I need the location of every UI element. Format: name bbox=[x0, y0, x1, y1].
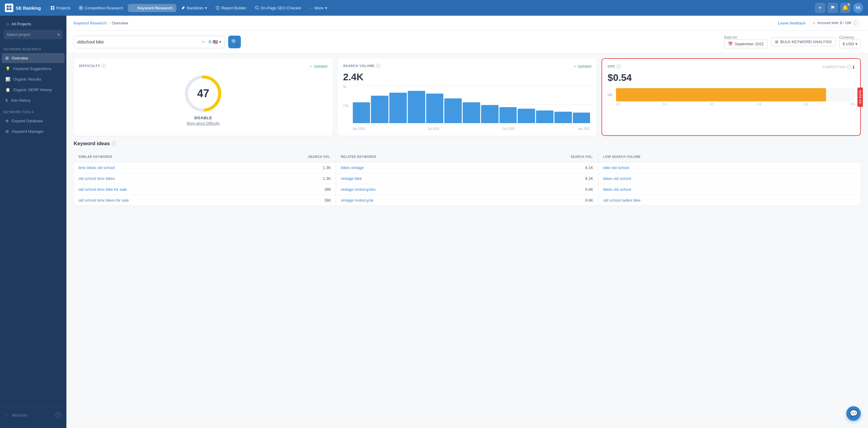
sidebar-item-organic-results[interactable]: 📊 Organic Results bbox=[2, 74, 65, 84]
header-right: Leave feedback ⊘ Account limit: 8 / 10K … bbox=[778, 19, 861, 27]
chevron-down-icon: ▾ bbox=[58, 32, 60, 37]
google-icon: G bbox=[209, 39, 212, 44]
low-keyword-2[interactable]: bikes old school bbox=[603, 176, 856, 181]
chat-button[interactable]: 💬 bbox=[846, 406, 861, 421]
cpc-value: $0.54 bbox=[608, 72, 855, 83]
sv-bar bbox=[518, 109, 535, 123]
search-engine-selector[interactable]: G 🇺🇸 ▾ bbox=[206, 39, 221, 44]
metric-cards: DIFFICULTY i ✓ Updated 47 bbox=[66, 54, 868, 141]
difficulty-info-icon[interactable]: i bbox=[101, 64, 105, 68]
search-volume-card: SEARCH VOLUME i ✓ Updated 2.4K 5k 2.5k bbox=[338, 58, 597, 136]
bulk-analysis-button[interactable]: ⊞ BULK KEYWORD ANALYSIS bbox=[771, 37, 835, 46]
cpc-info-icon[interactable]: i bbox=[617, 64, 621, 68]
check-icon: ✓ bbox=[309, 64, 312, 68]
nav-actions: + ⚑ 🔔 YK bbox=[815, 3, 863, 13]
low-keyword-4[interactable]: old school ladies bike bbox=[603, 198, 856, 203]
nav-report-builder[interactable]: Report Builder bbox=[212, 4, 250, 12]
sv-chart: 5k 2.5k bbox=[343, 85, 592, 130]
nav-more[interactable]: ··· More ▾ bbox=[306, 4, 331, 12]
competition-info-icon[interactable]: i bbox=[847, 65, 851, 69]
minimize-button[interactable]: ← Minimize ? bbox=[4, 410, 63, 420]
app-logo[interactable]: SE Ranking bbox=[5, 4, 41, 12]
search-input[interactable] bbox=[77, 39, 201, 44]
sidebar-bottom: ← Minimize ? bbox=[0, 406, 66, 423]
sidebar-item-overview[interactable]: ⊞ Overview bbox=[2, 53, 65, 63]
main-content: Keyword Research › Overview Leave feedba… bbox=[66, 16, 868, 428]
sv-x-labels: Apr 2020 Jul 2020 Oct 2020 Jan 2021 bbox=[353, 127, 590, 130]
low-keyword-1[interactable]: bike old school bbox=[603, 165, 856, 170]
sidebar-item-organic-serp[interactable]: 📋 Organic SERP History bbox=[2, 85, 65, 95]
clear-icon[interactable]: × bbox=[201, 39, 206, 45]
project-select[interactable]: Select project ▾ bbox=[4, 30, 63, 39]
sidebar-item-keyword-suggestions[interactable]: 💡 Keyword Suggestions bbox=[2, 64, 65, 74]
leave-feedback-link[interactable]: Leave feedback bbox=[778, 21, 806, 25]
nav-more-label: More bbox=[314, 6, 323, 10]
similar-keyword-2[interactable]: old school bmx bikes bbox=[79, 176, 323, 181]
ads-history-icon: $ bbox=[5, 98, 7, 103]
currency-chevron-icon: ▾ bbox=[855, 42, 858, 46]
cpc-bar-container bbox=[616, 88, 855, 101]
rate-us-tab[interactable]: RATE US bbox=[858, 88, 863, 107]
difficulty-more-link[interactable]: More about Difficulty bbox=[187, 121, 220, 126]
date-selector[interactable]: 📅 September 2022 bbox=[724, 39, 768, 48]
low-row-2: bikes old school bbox=[598, 173, 861, 184]
sv-bar bbox=[426, 94, 444, 123]
engine-chevron-icon: ▾ bbox=[219, 39, 221, 44]
flag-icon: 🇺🇸 bbox=[213, 39, 218, 44]
sidebar-all-projects[interactable]: ⌂ All Projects bbox=[4, 19, 63, 29]
sv-bar bbox=[536, 111, 554, 123]
nav-projects[interactable]: Projects bbox=[47, 4, 74, 12]
related-keyword-3[interactable]: vintage motorcycles bbox=[341, 187, 585, 192]
sv-info-icon[interactable]: i bbox=[376, 64, 380, 68]
svg-rect-1 bbox=[9, 5, 11, 7]
organic-results-icon: 📊 bbox=[5, 77, 10, 82]
similar-keyword-4[interactable]: old school bmx bikes for sale bbox=[79, 198, 324, 203]
account-limit-text: Account limit: 8 / 10K bbox=[817, 21, 851, 25]
similar-row-4: old school bmx bikes for sale 390 bbox=[74, 195, 336, 206]
search-volume-label: SEARCH VOLUME i bbox=[343, 64, 380, 68]
breadcrumb: Keyword Research › Overview bbox=[74, 21, 128, 25]
user-avatar[interactable]: YK bbox=[853, 3, 863, 13]
keyword-tools-section: KEYWORD TOOLS bbox=[0, 105, 66, 116]
cpc-x-axis: 0.1 0.2 0.3 0.4 0.5 0.6 bbox=[608, 103, 855, 106]
competition-label: COMPETITION bbox=[823, 65, 846, 69]
cpc-card: CPC i COMPETITION i 1 $0.54 US bbox=[601, 58, 861, 136]
nav-competitive-research[interactable]: Competitive Research bbox=[75, 4, 127, 12]
similar-keyword-1[interactable]: bmx bikes old school bbox=[79, 165, 323, 170]
minimize-arrow-icon: ← bbox=[5, 413, 9, 418]
doable-label: DOABLE bbox=[194, 116, 212, 120]
sv-bar bbox=[463, 102, 480, 123]
sv-y-label-2k5: 2.5k bbox=[343, 104, 353, 108]
currency-selector[interactable]: $ USD ▾ bbox=[839, 39, 861, 48]
notifications-button[interactable]: 🔔 bbox=[840, 3, 850, 13]
low-keyword-3[interactable]: bikes old school bbox=[603, 187, 856, 192]
related-keyword-2[interactable]: vintage bike bbox=[341, 176, 585, 181]
help-icon[interactable]: ? bbox=[56, 412, 61, 418]
similar-vol-2: 1.3K bbox=[323, 176, 331, 181]
related-keyword-1[interactable]: bikes vintage bbox=[341, 165, 585, 170]
nav-backlinks[interactable]: Backlinks ▾ bbox=[178, 4, 211, 12]
similar-keyword-3[interactable]: old school bmx bike for sale bbox=[79, 187, 324, 192]
sidebar-item-ads-history[interactable]: $ Ads History bbox=[2, 95, 65, 105]
sidebar-item-expand-db[interactable]: ⊕ Expand Database bbox=[2, 116, 65, 126]
nav-competitive-label: Competitive Research bbox=[85, 6, 123, 10]
search-button[interactable]: 🔍 bbox=[228, 36, 241, 48]
account-limit-info-icon[interactable]: i bbox=[853, 21, 858, 25]
related-keywords-header: RELATED KEYWORDS SEARCH VOL. bbox=[336, 152, 598, 162]
svg-rect-6 bbox=[51, 8, 52, 10]
sidebar-item-keyword-manager[interactable]: ⊞ Keyword Manager bbox=[2, 126, 65, 136]
similar-vol-4: 390 bbox=[324, 198, 331, 203]
related-keyword-4[interactable]: vintage motorcycle bbox=[341, 198, 585, 203]
add-button[interactable]: + bbox=[815, 3, 825, 13]
nav-keyword-research[interactable]: Keyword Research bbox=[128, 4, 176, 12]
svg-rect-4 bbox=[51, 6, 52, 7]
nav-onpage-seo[interactable]: On-Page SEO Checker bbox=[251, 4, 305, 12]
ideas-info-icon[interactable]: i bbox=[112, 142, 116, 146]
flag-button[interactable]: ⚑ bbox=[828, 3, 838, 13]
top-navigation: SE Ranking Projects Competitive Research… bbox=[0, 0, 868, 16]
breadcrumb-current: Overview bbox=[112, 21, 128, 25]
nav-keyword-label: Keyword Research bbox=[137, 6, 173, 10]
breadcrumb-root[interactable]: Keyword Research bbox=[74, 21, 107, 25]
data-for-label: Data for: bbox=[724, 35, 768, 39]
sidebar-organic-label: Organic Results bbox=[13, 77, 41, 82]
